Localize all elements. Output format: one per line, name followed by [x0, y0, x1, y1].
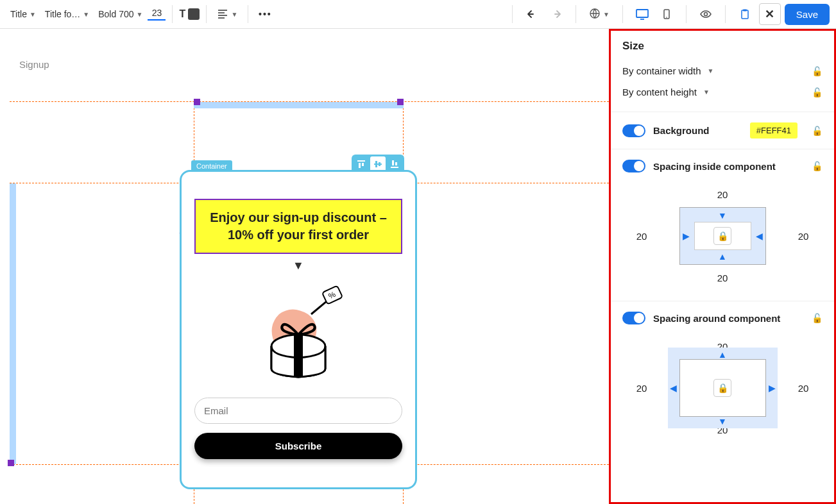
chevron-down-icon: ▼: [194, 259, 402, 273]
save-button[interactable]: Save: [785, 4, 830, 25]
margin-lock-button[interactable]: 🔒: [713, 379, 731, 397]
unlock-icon[interactable]: 🔓: [812, 87, 823, 97]
clipboard-button[interactable]: [735, 4, 755, 24]
desktop-view-button[interactable]: [632, 4, 653, 24]
unlock-icon[interactable]: 🔓: [812, 313, 823, 323]
width-mode-select[interactable]: By container width ▼: [622, 65, 713, 76]
chevron-down-icon: ▼: [30, 11, 36, 18]
text-color-button[interactable]: T: [179, 4, 200, 24]
arrow-down-icon: ▼: [718, 210, 727, 221]
toolbar-left-group: Title ▼ Title fo… ▼ Bold 700 ▼ 23 T ▼ ••…: [6, 4, 275, 24]
selection-margin-left: [10, 183, 16, 464]
padding-grid: 20 20 ▼ ▲ ▶ ◀ 🔒 20 20: [622, 181, 823, 290]
margin-box: ▲ ▼ ◀ ▶ 🔒: [679, 359, 766, 417]
main-area: Signup Container ◄ Enjoy our sign-up dis…: [0, 29, 836, 504]
svg-rect-12: [379, 162, 380, 166]
arrow-left-icon: ◀: [756, 231, 763, 241]
preview-button[interactable]: [695, 4, 716, 24]
arrow-left-icon: ◀: [670, 383, 677, 393]
divider: [686, 5, 687, 23]
svg-rect-7: [357, 160, 365, 162]
undo-button[interactable]: [522, 4, 542, 24]
close-button[interactable]: ✕: [759, 3, 781, 25]
font-family-label: Title fo…: [45, 9, 81, 19]
background-label: Background: [653, 125, 742, 136]
svg-point-3: [666, 17, 667, 18]
padding-box: ▼ ▲ ▶ ◀ 🔒: [679, 207, 766, 265]
color-swatch: [188, 8, 200, 20]
signup-container[interactable]: Enjoy our sign-up discount – 10% off you…: [180, 170, 417, 489]
unlock-icon[interactable]: 🔓: [812, 161, 823, 171]
svg-rect-6: [743, 10, 747, 12]
text-type-select[interactable]: Title ▼: [6, 6, 40, 22]
resize-handle[interactable]: [194, 99, 200, 105]
toolbar-right-group: ▼ ✕ Save: [507, 3, 830, 25]
margin-grid: 20 20 ▲ ▼ ◀ ▶ 🔒 20 20: [622, 333, 823, 442]
more-options-button[interactable]: •••: [255, 4, 275, 24]
padding-bottom-input[interactable]: 20: [717, 273, 728, 283]
arrow-up-icon: ▲: [718, 349, 727, 360]
page-name-label: Signup: [19, 59, 49, 70]
spacing-around-label: Spacing around component: [653, 313, 804, 324]
svg-rect-8: [359, 163, 361, 168]
width-mode-label: By container width: [622, 65, 701, 76]
title-box[interactable]: Enjoy our sign-up discount – 10% off you…: [194, 199, 402, 254]
spacing-around-toggle[interactable]: [622, 312, 645, 324]
font-weight-select[interactable]: Bold 700 ▼: [94, 6, 146, 22]
height-mode-label: By content height: [622, 87, 697, 97]
divider: [248, 5, 248, 23]
svg-rect-14: [392, 160, 394, 165]
margin-right-input[interactable]: 20: [798, 383, 809, 394]
text-align-select[interactable]: ▼: [213, 5, 241, 24]
padding-left-input[interactable]: 20: [636, 231, 647, 242]
arrow-down-icon: ▼: [718, 416, 727, 426]
properties-panel: Size By container width ▼ 🔓 By content h…: [609, 29, 836, 504]
font-weight-label: Bold 700: [98, 9, 133, 19]
chevron-down-icon: ▼: [83, 11, 89, 18]
signup-title: Enjoy our sign-up discount – 10% off you…: [202, 209, 395, 244]
canvas[interactable]: Signup Container ◄ Enjoy our sign-up dis…: [0, 29, 609, 504]
resize-handle[interactable]: [8, 460, 14, 466]
arrow-up-icon: ▲: [718, 251, 727, 262]
divider: [725, 5, 726, 23]
arrow-right-icon: ▶: [683, 231, 690, 241]
size-section-header: Size: [622, 40, 823, 53]
unlock-icon[interactable]: 🔓: [812, 126, 823, 136]
padding-lock-button[interactable]: 🔒: [713, 227, 731, 245]
divider: [206, 5, 207, 23]
divider: [622, 5, 623, 23]
background-color-chip[interactable]: #FEFF41: [750, 122, 798, 139]
divider: [172, 5, 173, 23]
language-select[interactable]: ▼: [585, 5, 613, 24]
close-icon: ✕: [765, 7, 774, 21]
svg-rect-1: [636, 10, 648, 17]
chevron-down-icon: ▼: [703, 88, 710, 96]
arrow-right-icon: ▶: [769, 383, 776, 393]
mobile-view-button[interactable]: [656, 4, 677, 24]
padding-right-input[interactable]: 20: [798, 231, 809, 242]
divider: [512, 5, 513, 23]
background-toggle[interactable]: [622, 124, 645, 137]
top-toolbar: Title ▼ Title fo… ▼ Bold 700 ▼ 23 T ▼ ••…: [0, 0, 836, 29]
chevron-down-icon: ▼: [603, 11, 610, 18]
unlock-icon[interactable]: 🔓: [812, 66, 823, 76]
chevron-down-icon: ▼: [137, 11, 143, 18]
redo-button[interactable]: [546, 4, 567, 24]
globe-icon: [589, 8, 601, 21]
svg-rect-10: [374, 164, 382, 165]
svg-point-4: [704, 13, 707, 16]
divider: [576, 5, 576, 23]
font-size-input[interactable]: 23: [148, 8, 166, 21]
svg-rect-9: [362, 163, 364, 166]
email-input[interactable]: [194, 398, 402, 424]
spacing-inside-label: Spacing inside component: [653, 161, 804, 172]
height-mode-select[interactable]: By content height ▼: [622, 87, 710, 97]
svg-rect-17: [294, 335, 303, 377]
padding-top-input[interactable]: 20: [717, 189, 728, 200]
subscribe-button[interactable]: Subscribe: [194, 433, 402, 459]
font-family-select[interactable]: Title fo… ▼: [41, 6, 93, 22]
margin-left-input[interactable]: 20: [636, 383, 647, 394]
resize-handle[interactable]: [397, 99, 404, 105]
svg-rect-13: [391, 167, 398, 168]
spacing-inside-toggle[interactable]: [622, 160, 645, 172]
